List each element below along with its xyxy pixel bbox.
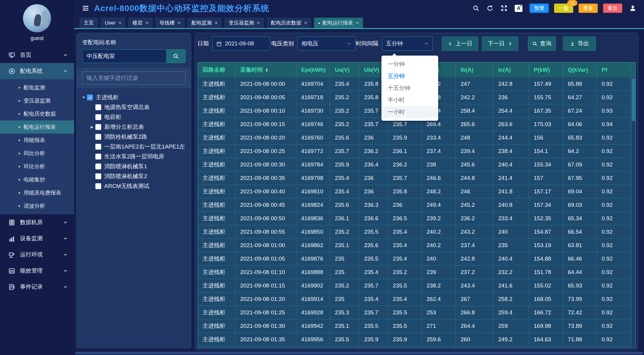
- sidebar-item-配电系统[interactable]: 配电系统: [0, 63, 74, 79]
- tree-node-一层南1APE2右一层北1APE1左[interactable]: 一层南1APE2右一层北1APE1左: [81, 142, 188, 152]
- checkbox-消防喷淋机械泵1[interactable]: [95, 163, 101, 169]
- station-input[interactable]: [82, 49, 166, 63]
- voltage-select[interactable]: 相电压: [298, 36, 355, 51]
- tree-node-消防喷淋机械泵2[interactable]: 消防喷淋机械泵2: [81, 171, 188, 181]
- sidebar-item-能效管理[interactable]: 能效管理: [0, 263, 74, 279]
- checkbox-一层南1APE2右一层北1APE1左[interactable]: [95, 144, 101, 150]
- sidebar-item-变压器监测[interactable]: 变压器监测: [0, 94, 74, 107]
- tree-node-主进线柜[interactable]: ▼主进线柜: [81, 92, 188, 102]
- cell-Ic(A): 259: [493, 319, 529, 333]
- user-icon[interactable]: [629, 5, 636, 12]
- refresh-icon[interactable]: [487, 5, 493, 12]
- horizontal-scrollbar[interactable]: [75, 352, 643, 354]
- table-row: 主进线柜2021-09-08 00:304169784235.9236.4236…: [198, 158, 635, 172]
- tree-node-ARCM无线表测试[interactable]: ARCM无线表测试: [81, 181, 188, 191]
- tab-User[interactable]: User×: [101, 18, 125, 28]
- dropdown-option-一小时[interactable]: 一小时: [381, 106, 438, 118]
- tab-close-icon[interactable]: ×: [178, 20, 180, 26]
- sidebar-item-同比分析[interactable]: 同比分析: [0, 147, 74, 160]
- checkbox-生活水泵2路一层弱电房[interactable]: [95, 154, 101, 160]
- column-header-Epi(kWh)[interactable]: Epi(kWh): [296, 62, 330, 77]
- tab-close-icon[interactable]: ×: [257, 20, 260, 26]
- checkbox-ARCM无线表测试[interactable]: [95, 183, 101, 189]
- 上一日-button[interactable]: 上一日: [442, 36, 478, 51]
- interval-select[interactable]: 五分钟: [382, 36, 433, 51]
- sidebar-item-数据机房[interactable]: 数据机房: [0, 214, 74, 230]
- column-header-Pf[interactable]: Pf: [597, 62, 631, 77]
- tree-filter-input[interactable]: [82, 71, 185, 85]
- language-translate-icon[interactable]: A文: [515, 5, 522, 12]
- sidebar-item-电能集抄[interactable]: 电能集抄: [0, 173, 74, 186]
- download-icon: [570, 41, 575, 46]
- menu-collapse-icon[interactable]: [82, 4, 89, 12]
- fullscreen-icon[interactable]: [501, 5, 507, 12]
- sidebar-item-配电监测[interactable]: 配电监测: [0, 81, 74, 94]
- tab-楼层[interactable]: 楼层×: [128, 18, 152, 28]
- 查询-button[interactable]: 查询: [528, 36, 556, 51]
- tree-node-消防喷淋机械泵1[interactable]: 消防喷淋机械泵1: [81, 161, 188, 171]
- checkbox-主进线柜[interactable]: [87, 94, 93, 100]
- tree-node-新增分立柜总表[interactable]: ▶新增分立柜总表: [81, 122, 188, 132]
- sidebar-item-谐波分析[interactable]: 谐波分析: [0, 199, 74, 212]
- tab-配电监测[interactable]: 配电监测×: [187, 18, 222, 28]
- sidebar-item-设备监测[interactable]: 设备监测: [0, 230, 74, 247]
- caret-right-icon[interactable]: ▶: [89, 125, 95, 129]
- tab-配电运行报表[interactable]: ●配电运行报表×: [314, 18, 363, 28]
- table-vertical-scrollbar[interactable]: [631, 77, 635, 348]
- column-header-采集时间[interactable]: 采集时间▲▼: [235, 62, 296, 77]
- sidebar-item-配电运行报表[interactable]: 配电运行报表: [0, 120, 74, 134]
- caret-down-icon[interactable]: ▼: [81, 95, 86, 100]
- tab-close-icon[interactable]: ×: [215, 20, 217, 26]
- checkbox-地源热泵空调总表[interactable]: [95, 104, 101, 110]
- tab-close-icon[interactable]: ×: [145, 20, 148, 26]
- checkbox-消防栓机械泵2路[interactable]: [95, 134, 101, 140]
- sidebar-item-运行环境[interactable]: 运行环境: [0, 247, 74, 263]
- sidebar-item-首页[interactable]: 首页: [0, 47, 74, 63]
- tab-close-icon[interactable]: ×: [356, 20, 359, 26]
- cell-Ub(V): 236: [359, 172, 388, 185]
- sidebar-item-用能及电费报表[interactable]: 用能及电费报表: [0, 186, 74, 199]
- tab-close-icon[interactable]: ×: [304, 20, 307, 26]
- tree-node-地源热泵空调总表[interactable]: 地源热泵空调总表: [81, 102, 188, 112]
- cell-Pf: 0.92: [597, 91, 631, 104]
- column-header-Ua(V)[interactable]: Ua(V): [330, 62, 359, 77]
- checkbox-消防喷淋机械泵2[interactable]: [95, 173, 101, 179]
- alarm-button-预警[interactable]: 预警: [530, 4, 549, 13]
- tree-node-消防栓机械泵2路[interactable]: 消防栓机械泵2路: [81, 132, 188, 142]
- chevron-down-icon: [63, 284, 68, 290]
- dropdown-option-一分钟[interactable]: 一分钟: [381, 58, 438, 70]
- dropdown-option-十五分钟[interactable]: 十五分钟: [381, 82, 438, 94]
- sidebar-item-配电历史数据[interactable]: 配电历史数据: [0, 107, 74, 120]
- sidebar-item-环比分析[interactable]: 环比分析: [0, 160, 74, 173]
- tree-node-生活水泵2路一层弱电房[interactable]: 生活水泵2路一层弱电房: [81, 152, 188, 161]
- column-header-Ic(A)[interactable]: Ic(A): [493, 62, 529, 77]
- column-header-Ib(A)[interactable]: Ib(A): [456, 62, 493, 77]
- station-search-button[interactable]: [166, 49, 185, 63]
- dropdown-option-半小时[interactable]: 半小时: [381, 94, 438, 106]
- column-header-P(kW)[interactable]: P(kW): [529, 62, 563, 77]
- 导出-button[interactable]: 导出: [563, 36, 596, 51]
- alarm-button-一般[interactable]: 一般12: [554, 4, 573, 13]
- sidebar-item-用能报表[interactable]: 用能报表: [0, 134, 74, 147]
- tab-主页[interactable]: 主页: [79, 18, 98, 28]
- tab-变压器监测[interactable]: 变压器监测×: [224, 18, 264, 28]
- tree-node-电容柜[interactable]: 电容柜: [81, 112, 188, 122]
- column-header-Q(kVar)[interactable]: Q(kVar): [563, 62, 597, 77]
- sidebar-item-事件记录[interactable]: 事件记录: [0, 279, 74, 295]
- column-header-回路名称[interactable]: 回路名称: [198, 62, 235, 77]
- tab-配电历史数据[interactable]: 配电历史数据×: [267, 18, 311, 28]
- checkbox-新增分立柜总表[interactable]: [95, 124, 101, 130]
- sort-icon[interactable]: ▲▼: [265, 68, 268, 72]
- checkbox-电容柜[interactable]: [95, 114, 101, 120]
- tab-close-icon[interactable]: ×: [119, 20, 121, 26]
- search-icon[interactable]: [473, 5, 479, 12]
- tab-母线槽[interactable]: 母线槽×: [155, 18, 185, 28]
- cell-Ib(A): 247: [456, 77, 493, 91]
- avatar[interactable]: [23, 4, 51, 32]
- dropdown-option-五分钟[interactable]: 五分钟: [381, 70, 438, 82]
- 下一日-button[interactable]: 下一日: [482, 36, 518, 51]
- date-picker[interactable]: 2021-09-08: [212, 36, 270, 51]
- scrollbar-thumb[interactable]: [632, 78, 635, 121]
- alarm-button-紧急[interactable]: 紧急: [603, 4, 622, 13]
- alarm-button-重要[interactable]: 重要: [579, 4, 598, 13]
